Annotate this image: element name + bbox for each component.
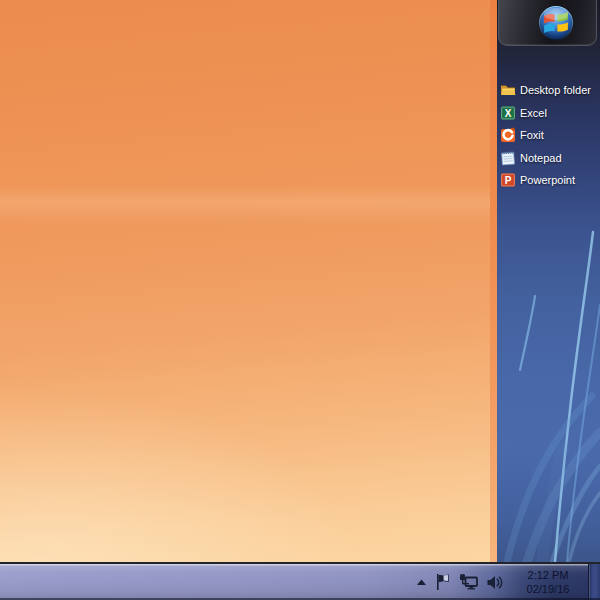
volume-icon[interactable] — [487, 575, 503, 590]
desktop-sidebar: Desktop folder X Excel Foxit — [497, 0, 600, 562]
shortcut-excel[interactable]: X Excel — [500, 102, 600, 125]
wallpaper-edge-glow — [490, 0, 497, 562]
excel-icon: X — [500, 105, 516, 121]
shortcut-label: Desktop folder — [520, 84, 591, 96]
notepad-icon — [500, 150, 516, 166]
shortcut-powerpoint[interactable]: P Powerpoint — [500, 169, 600, 192]
folder-icon — [500, 82, 516, 98]
shortcut-notepad[interactable]: Notepad — [500, 147, 600, 170]
svg-text:X: X — [505, 107, 512, 118]
clock-date: 02/19/16 — [515, 582, 581, 596]
powerpoint-icon: P — [500, 172, 516, 188]
taskbar-clock[interactable]: 2:12 PM 02/19/16 — [515, 568, 581, 596]
shortcut-label: Foxit — [520, 129, 544, 141]
svg-text:P: P — [505, 175, 512, 186]
foxit-icon — [500, 127, 516, 143]
start-orb-panel — [498, 0, 597, 46]
shortcut-desktop-folder[interactable]: Desktop folder — [500, 79, 600, 102]
shortcut-label: Notepad — [520, 152, 562, 164]
clock-time: 2:12 PM — [515, 568, 581, 582]
shortcut-label: Powerpoint — [520, 174, 575, 186]
action-center-flag-icon[interactable] — [436, 574, 450, 591]
taskbar: 2:12 PM 02/19/16 — [0, 562, 600, 600]
system-tray — [416, 564, 503, 600]
network-icon[interactable] — [459, 574, 478, 590]
show-hidden-icons-icon[interactable] — [416, 579, 427, 586]
show-desktop-button[interactable] — [588, 564, 600, 600]
desktop-shortcut-list: Desktop folder X Excel Foxit — [500, 79, 600, 192]
windows-start-orb[interactable] — [537, 4, 575, 42]
shortcut-label: Excel — [520, 107, 547, 119]
shortcut-foxit[interactable]: Foxit — [500, 124, 600, 147]
